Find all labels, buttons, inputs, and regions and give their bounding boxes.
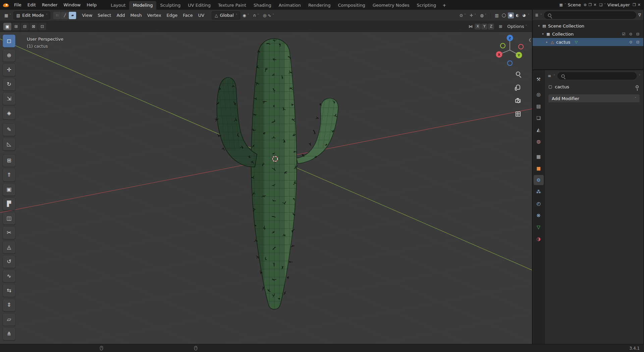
properties-search-input[interactable] [557, 72, 637, 80]
tool-extrude-region[interactable]: ⇑ [3, 169, 15, 181]
prop-tab-constraints[interactable]: ⊗ [534, 210, 544, 220]
show-object-types-button[interactable]: ⊙ ˅ [458, 11, 468, 19]
tab-scripting[interactable]: Scripting [413, 1, 440, 10]
shading-solid-button[interactable]: ● [508, 12, 514, 18]
tool-inset-faces[interactable]: ▣ [3, 183, 15, 196]
outliner-search-input[interactable] [544, 11, 636, 19]
prop-tab-output[interactable]: ▤ [534, 101, 544, 111]
gizmo-z-neg-ball[interactable] [507, 61, 512, 65]
prop-tab-object-data[interactable]: ▽ [534, 222, 544, 232]
tool-measure[interactable]: ◺ [3, 138, 15, 150]
hide-eye-icon[interactable]: ⊙ [627, 40, 634, 44]
ortho-toggle-button[interactable] [514, 110, 522, 118]
tool-rip-region[interactable]: ⋔ [3, 327, 15, 340]
mirror-y-button[interactable]: Y [481, 24, 487, 30]
menu-window[interactable]: Window [60, 0, 84, 10]
menu-mesh[interactable]: Mesh [128, 10, 145, 21]
menu-uv[interactable]: UV [196, 10, 207, 21]
outliner-row-cactus[interactable]: ▸ △ cactus ▽ ⊙ ⊡ [533, 38, 643, 46]
render-visibility-camera-icon[interactable]: ⊡ [634, 40, 641, 44]
new-scene-icon[interactable]: ❐ [588, 3, 592, 7]
show-gizmo-button[interactable]: ✛ ˅ [468, 11, 478, 19]
collection-checkbox[interactable]: ☑ [620, 32, 627, 36]
filter-funnel-icon[interactable]: ∇ [638, 13, 641, 17]
proportional-editing-button[interactable]: ◎ ∿ ˅ [261, 11, 276, 19]
viewlayer-selector[interactable]: ❏ ˅ ViewLayer [598, 2, 631, 7]
scene-selector[interactable]: ▦ ˅ Scene [558, 2, 582, 7]
pin-scene-icon[interactable]: ⊚ [584, 3, 587, 7]
select-intersect-button[interactable]: ⊡ [38, 23, 46, 30]
menu-file[interactable]: File [11, 0, 24, 10]
menu-edit[interactable]: Edit [24, 0, 39, 10]
prop-tab-material[interactable]: ◑ [534, 234, 544, 244]
toggle-xray-button[interactable]: ▥ [493, 11, 500, 19]
prop-tab-scene[interactable]: ◭ [534, 125, 544, 135]
prop-tab-object[interactable]: ■ [534, 163, 544, 173]
menu-face[interactable]: Face [180, 10, 195, 21]
select-extend-button[interactable]: ⊞ [12, 23, 20, 30]
zoom-button[interactable] [514, 70, 522, 78]
disclosure-down-icon[interactable]: ▾ [541, 32, 545, 36]
tool-loop-cut[interactable]: ◫ [3, 212, 15, 225]
tab-uv-editing[interactable]: UV Editing [184, 1, 214, 10]
tab-compositing[interactable]: Compositing [334, 1, 369, 10]
menu-view[interactable]: View [79, 10, 95, 21]
tool-spin[interactable]: ↺ [3, 255, 15, 268]
tool-add-cube[interactable]: ⊞ [3, 154, 15, 167]
tool-annotate[interactable]: ✎ [3, 123, 15, 136]
cactus-mesh[interactable] [0, 32, 532, 344]
tool-bevel[interactable]: ▛ [3, 197, 15, 210]
show-overlays-button[interactable]: ◍ ˅ [478, 11, 488, 19]
prop-tab-world[interactable]: ◍ [534, 136, 544, 146]
menu-vertex[interactable]: Vertex [145, 10, 164, 21]
face-select-button[interactable]: ▰ [69, 12, 76, 19]
tool-smooth[interactable]: ∿ [3, 270, 15, 282]
add-modifier-button[interactable]: Add Modifier ˅ [548, 94, 640, 103]
navigation-gizmo[interactable]: Z X Y [494, 34, 525, 66]
mirror-x-button[interactable]: X [475, 24, 481, 30]
menu-edge[interactable]: Edge [164, 10, 180, 21]
mode-dropdown[interactable]: ▧ Edit Mode ˅ [13, 11, 51, 19]
tab-geometry-nodes[interactable]: Geometry Nodes [369, 1, 413, 10]
properties-options-icon[interactable]: ˅ [639, 75, 641, 78]
select-invert-button[interactable]: ⊠ [30, 23, 38, 30]
remove-viewlayer-icon[interactable]: ✕ [638, 3, 641, 7]
pin-id-icon[interactable] [636, 85, 639, 88]
hide-eye-icon[interactable]: ⊙ [627, 32, 634, 36]
properties-editor-icon[interactable]: ≡ [548, 74, 551, 78]
transform-orientation-dropdown[interactable]: △ Global ˅ [212, 11, 240, 19]
shading-material-button[interactable]: ◐ [515, 12, 521, 18]
gizmo-y-neg-ball[interactable] [500, 43, 505, 48]
tool-knife[interactable]: ✂ [3, 226, 15, 239]
outliner-editor-icon[interactable]: ≣ [535, 13, 538, 17]
prop-tab-view-layer[interactable]: ❏ [534, 113, 544, 123]
unlink-scene-icon[interactable]: ✕ [593, 3, 596, 7]
prop-tab-particles[interactable]: ⁂ [534, 187, 544, 197]
outliner-row-scene-collection[interactable]: ▾ ▤ Scene Collection [533, 22, 643, 30]
shading-wireframe-button[interactable]: ◯ [501, 12, 507, 18]
menu-select[interactable]: Select [95, 10, 114, 21]
tab-animation[interactable]: Animation [275, 1, 305, 10]
tool-select-box[interactable]: ◻ [3, 35, 15, 47]
editor-type-button[interactable]: ▦ ˅ [3, 11, 13, 19]
tool-move[interactable]: ✛ [3, 63, 15, 76]
prop-tab-modifiers[interactable]: ⚙ [534, 175, 544, 185]
disclosure-down-icon[interactable]: ▾ [537, 24, 541, 28]
prop-tab-physics[interactable]: ◴ [534, 199, 544, 209]
tool-transform[interactable]: ◈ [3, 107, 15, 120]
menu-add[interactable]: Add [114, 10, 127, 21]
pan-button[interactable] [514, 83, 522, 91]
tool-rotate[interactable]: ↻ [3, 78, 15, 91]
select-set-button[interactable]: ▣ [3, 23, 11, 30]
tool-edge-slide[interactable]: ⇆ [3, 284, 15, 297]
tab-sculpting[interactable]: Sculpting [156, 1, 184, 10]
camera-view-button[interactable] [514, 96, 522, 104]
mirror-z-button[interactable]: Z [488, 24, 494, 30]
shading-rendered-button[interactable]: ◕ [521, 12, 527, 18]
outliner-row-collection[interactable]: ▾ ▦ Collection ☑ ⊙ ⊡ [533, 30, 643, 38]
tool-cursor[interactable]: ⊕ [3, 49, 15, 62]
tab-rendering[interactable]: Rendering [305, 1, 334, 10]
prop-tab-collection[interactable]: ▦ [534, 151, 544, 162]
select-subtract-button[interactable]: ⊟ [21, 23, 29, 30]
snap-button[interactable]: ∩ ˅ [251, 11, 260, 19]
